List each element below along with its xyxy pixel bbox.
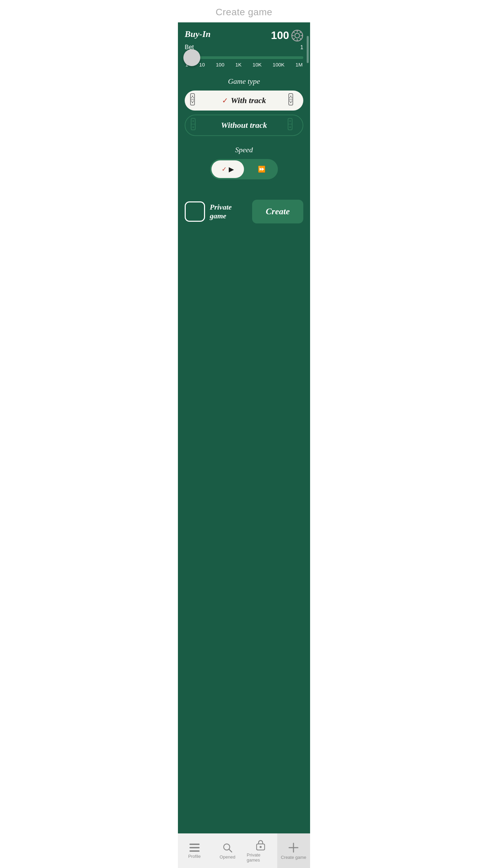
play-icon: ▶ — [229, 165, 234, 173]
game-type-section-title: Game type — [185, 77, 303, 86]
bet-count: 1 — [300, 44, 303, 51]
svg-rect-36 — [189, 850, 200, 852]
create-button[interactable]: Create — [252, 200, 303, 223]
slider-labels: 1 10 100 1K 10K 100K 1M — [185, 62, 303, 67]
buyin-value: 100 — [271, 29, 289, 42]
scroll-indicator — [307, 36, 309, 63]
svg-point-33 — [289, 126, 291, 128]
with-track-option[interactable]: ✓ With track — [185, 91, 303, 111]
slider-track — [185, 56, 303, 59]
bet-row: Bet 1 — [185, 44, 303, 51]
svg-point-28 — [192, 120, 194, 122]
svg-point-40 — [260, 846, 262, 848]
fast-forward-icon: ⏩ — [258, 165, 265, 173]
speed-normal-checkmark: ✓ — [222, 165, 227, 173]
with-track-label: With track — [231, 96, 266, 105]
svg-line-9 — [293, 38, 294, 39]
nav-item-create-game[interactable]: Create game — [277, 833, 310, 868]
speed-fast-button[interactable]: ⏩ — [245, 159, 278, 179]
svg-point-20 — [290, 96, 291, 97]
svg-point-21 — [289, 97, 290, 98]
slider-label-100k: 100K — [273, 62, 285, 67]
plus-icon — [288, 843, 299, 853]
buyin-right: 100 — [271, 29, 303, 42]
private-game-checkbox[interactable] — [185, 201, 205, 222]
buyin-row: Buy-In 100 — [185, 29, 303, 42]
without-track-option[interactable]: Without track — [185, 115, 303, 136]
svg-point-15 — [191, 101, 192, 102]
nav-item-opened[interactable]: Opened — [211, 833, 244, 868]
nav-item-private-games[interactable]: Private games — [244, 833, 277, 868]
slider-label-1k: 1K — [236, 62, 242, 67]
bottom-nav: Profile Opened Private games Create game — [178, 833, 310, 868]
speed-normal-button[interactable]: ✓ ▶ — [211, 160, 244, 178]
menu-icon — [189, 844, 200, 852]
with-track-icon-right — [288, 93, 298, 108]
svg-point-13 — [191, 97, 192, 98]
svg-line-8 — [300, 32, 301, 33]
slider-label-1m: 1M — [296, 62, 303, 67]
slider-label-10: 10 — [199, 62, 205, 67]
svg-point-24 — [291, 101, 292, 102]
lock-icon — [256, 840, 265, 850]
svg-point-25 — [290, 102, 291, 103]
svg-rect-34 — [189, 844, 200, 845]
without-track-label: Without track — [221, 121, 267, 130]
nav-item-profile[interactable]: Profile — [178, 833, 211, 868]
with-track-checkmark: ✓ — [222, 96, 228, 105]
nav-label-profile: Profile — [188, 854, 201, 859]
private-game-label: Private game — [210, 203, 247, 220]
without-track-icon-left — [191, 118, 200, 133]
svg-point-16 — [193, 101, 194, 102]
svg-point-14 — [193, 97, 194, 98]
nav-label-opened: Opened — [220, 854, 235, 860]
svg-point-23 — [289, 101, 290, 102]
header: Create game — [178, 0, 310, 22]
action-row: Private game Create — [185, 200, 303, 223]
nav-label-create-game: Create game — [281, 855, 306, 860]
svg-rect-35 — [189, 847, 200, 848]
slider-label-10k: 10K — [252, 62, 262, 67]
without-track-icon-right — [288, 118, 297, 133]
buyin-label: Buy-In — [185, 29, 211, 39]
svg-point-1 — [295, 33, 300, 38]
svg-point-32 — [289, 120, 291, 122]
nav-label-private-games: Private games — [247, 852, 274, 863]
svg-line-6 — [293, 32, 294, 33]
bet-slider-container: 1 10 100 1K 10K 100K 1M — [185, 56, 303, 67]
main-content: Buy-In 100 Bet 1 1 — [178, 22, 310, 833]
page-title: Create game — [216, 7, 272, 17]
svg-point-22 — [291, 97, 292, 98]
gear-icon[interactable] — [291, 29, 303, 42]
private-game-left: Private game — [185, 201, 247, 222]
slider-label-100: 100 — [216, 62, 224, 67]
svg-point-12 — [192, 96, 193, 97]
with-track-icon-left — [190, 93, 200, 108]
svg-point-29 — [192, 126, 194, 128]
search-icon — [223, 843, 232, 852]
slider-thumb[interactable] — [183, 49, 200, 66]
speed-toggle: ✓ ▶ ⏩ — [210, 159, 278, 179]
create-button-label: Create — [266, 206, 290, 216]
svg-line-7 — [300, 38, 301, 39]
svg-point-17 — [192, 102, 193, 103]
svg-line-38 — [229, 849, 232, 852]
speed-section-title: Speed — [185, 145, 303, 154]
